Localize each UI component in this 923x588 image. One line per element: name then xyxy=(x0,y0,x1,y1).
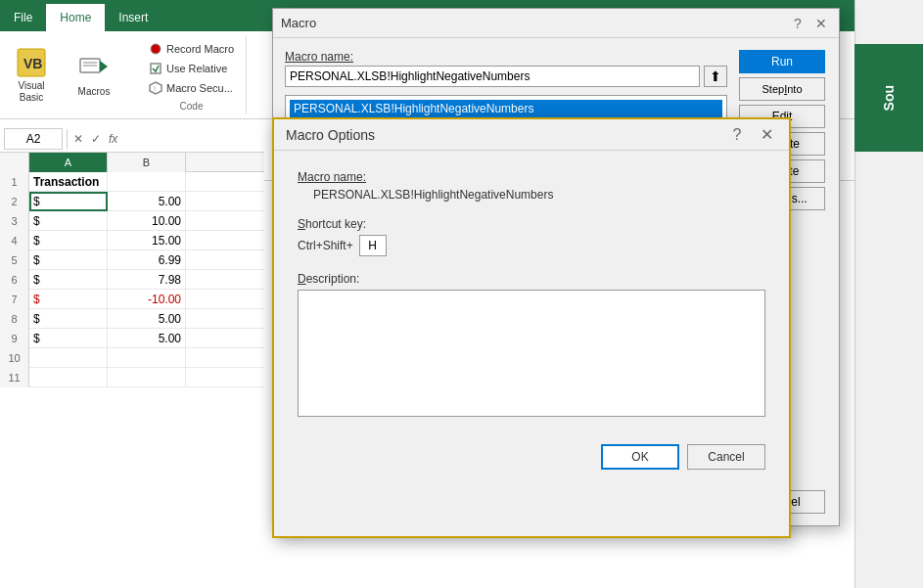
cell-a8[interactable]: $ xyxy=(29,309,108,329)
svg-marker-8 xyxy=(150,82,162,94)
formula-check-icon[interactable]: ✓ xyxy=(89,132,103,146)
cell-b3[interactable]: 10.00 xyxy=(108,211,186,231)
cell-a2[interactable]: $ xyxy=(29,192,108,211)
cell-a10[interactable] xyxy=(29,348,108,368)
cell-a6[interactable]: $ xyxy=(29,270,108,290)
options-macro-name-value: PERSONAL.XLSB!HighlightNegativeNumbers xyxy=(298,188,765,202)
cell-a5[interactable]: $ xyxy=(29,250,108,270)
options-body: Macro name: PERSONAL.XLSB!HighlightNegat… xyxy=(274,151,789,436)
macro-upload-button[interactable]: ⬆ xyxy=(704,66,727,87)
tab-insert[interactable]: Insert xyxy=(105,4,162,31)
col-header-a[interactable]: A xyxy=(29,153,108,172)
table-row: 5 $ 6.99 xyxy=(0,250,264,270)
visual-basic-label: Visual Basic xyxy=(9,80,54,104)
row-num-11: 11 xyxy=(0,368,29,387)
svg-point-6 xyxy=(151,44,161,54)
cell-a3[interactable]: $ xyxy=(29,211,108,231)
cell-b1[interactable] xyxy=(108,172,186,192)
table-row: 8 $ 5.00 xyxy=(0,309,264,329)
sou-label: Sou xyxy=(881,85,897,111)
cell-b7[interactable]: -10.00 xyxy=(108,290,186,309)
svg-text:!: ! xyxy=(154,85,156,92)
ctrl-shift-label: Ctrl+Shift+ xyxy=(298,239,353,252)
svg-text:VB: VB xyxy=(23,56,42,71)
formula-fx-icon[interactable]: fx xyxy=(107,132,119,146)
table-row: 2 $ 5.00 xyxy=(0,192,264,211)
options-help-button[interactable]: ? xyxy=(726,124,748,146)
macro-dialog-help-button[interactable]: ? xyxy=(788,14,808,33)
grid-header: A B xyxy=(0,153,264,172)
macro-security-button[interactable]: ! Macro Secu... xyxy=(145,79,238,97)
row-num-8: 8 xyxy=(0,309,29,329)
use-relative-button[interactable]: Use Relative xyxy=(145,60,238,77)
options-description-textarea[interactable] xyxy=(298,290,765,417)
row-num-1: 1 xyxy=(0,172,29,192)
tab-home[interactable]: Home xyxy=(46,4,105,31)
table-row: 6 $ 7.98 xyxy=(0,270,264,290)
options-description-section: Description: xyxy=(298,272,765,417)
cell-b9[interactable]: 5.00 xyxy=(108,329,186,348)
formula-x-icon[interactable]: ✕ xyxy=(71,132,85,146)
macro-name-input[interactable] xyxy=(285,66,700,87)
table-row: 11 xyxy=(0,368,264,387)
macro-dialog-controls: ? ✕ xyxy=(788,14,831,33)
cell-a11[interactable] xyxy=(29,368,108,387)
cell-b10[interactable] xyxy=(108,348,186,368)
table-row: 9 $ 5.00 xyxy=(0,329,264,348)
options-titlebar: Macro Options ? ✕ xyxy=(274,119,789,151)
cell-b11[interactable] xyxy=(108,368,186,387)
macros-label: Macros xyxy=(78,86,111,97)
options-shortcut-label: Shortcut key: xyxy=(298,217,765,231)
cell-a4[interactable]: $ xyxy=(29,231,108,250)
grid-corner xyxy=(0,153,29,172)
cell-b6[interactable]: 7.98 xyxy=(108,270,186,290)
shortcut-key-input[interactable] xyxy=(359,235,387,256)
cell-a9[interactable]: $ xyxy=(29,329,108,348)
run-button[interactable]: Run xyxy=(739,50,825,73)
row-num-4: 4 xyxy=(0,231,29,250)
macro-name-label: Macro name: xyxy=(285,50,727,64)
shortcut-row: Ctrl+Shift+ xyxy=(298,235,765,256)
sou-tab[interactable]: Sou xyxy=(854,44,923,152)
table-row: 3 $ 10.00 xyxy=(0,211,264,231)
options-macro-name-label: Macro name: xyxy=(298,170,765,184)
options-close-button[interactable]: ✕ xyxy=(756,124,777,146)
cell-b2[interactable]: 5.00 xyxy=(108,192,186,211)
options-macro-name-section: Macro name: PERSONAL.XLSB!HighlightNegat… xyxy=(298,170,765,202)
tab-file[interactable]: File xyxy=(0,4,46,31)
macro-list-item[interactable]: PERSONAL.XLSB!HighlightNegativeNumbers xyxy=(290,100,722,117)
cell-b8[interactable]: 5.00 xyxy=(108,309,186,329)
macro-name-section: Macro name: ⬆ xyxy=(285,50,727,87)
ok-button[interactable]: OK xyxy=(601,444,679,470)
formula-separator xyxy=(67,129,68,149)
record-macro-button[interactable]: Record Macro xyxy=(145,40,238,58)
table-row: 4 $ 15.00 xyxy=(0,231,264,250)
cell-a7[interactable]: $ xyxy=(29,290,108,309)
col-header-b[interactable]: B xyxy=(108,153,186,172)
macro-dialog-titlebar: Macro ? ✕ xyxy=(273,9,839,38)
options-dialog-controls: ? ✕ xyxy=(726,124,777,146)
macro-dialog-close-button[interactable]: ✕ xyxy=(811,14,831,33)
code-group-label: Code xyxy=(180,101,204,112)
row-num-7: 7 xyxy=(0,290,29,309)
svg-marker-5 xyxy=(100,61,108,72)
macro-dialog-title: Macro xyxy=(281,16,316,30)
row-num-2: 2 xyxy=(0,192,29,211)
code-small-buttons: Record Macro Use Relative ! Macro Secu..… xyxy=(145,40,238,97)
cell-reference[interactable]: A2 xyxy=(4,128,63,150)
macro-name-row: ⬆ xyxy=(285,66,727,87)
row-num-5: 5 xyxy=(0,250,29,270)
row-num-3: 3 xyxy=(0,211,29,231)
code-small-btn-list: Record Macro Use Relative ! Macro Secu..… xyxy=(145,40,238,97)
macro-options-dialog: Macro Options ? ✕ Macro name: PERSONAL.X… xyxy=(272,117,791,538)
spreadsheet-grid: A B 1 Transaction 2 $ 5.00 3 $ 10.00 4 $… xyxy=(0,153,264,588)
row-num-6: 6 xyxy=(0,270,29,290)
step-into-button[interactable]: Step Into xyxy=(739,77,825,101)
cell-b5[interactable]: 6.99 xyxy=(108,250,186,270)
macros-button[interactable]: Macros xyxy=(70,48,117,103)
options-cancel-button[interactable]: Cancel xyxy=(687,444,765,470)
visual-basic-button[interactable]: VB Visual Basic xyxy=(8,48,55,103)
right-panel: Sou xyxy=(854,0,923,588)
cell-a1[interactable]: Transaction xyxy=(29,172,108,192)
cell-b4[interactable]: 15.00 xyxy=(108,231,186,250)
